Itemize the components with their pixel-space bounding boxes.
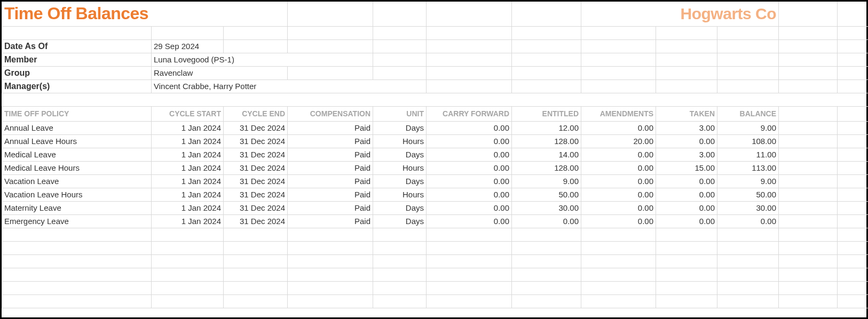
table-row: Emergency Leave1 Jan 202431 Dec 2024Paid… — [2, 214, 869, 228]
cell-cycle-end[interactable]: 31 Dec 2024 — [224, 174, 288, 188]
cell-entitled[interactable]: 12.00 — [512, 121, 581, 134]
cell-carry-forward[interactable]: 0.00 — [427, 214, 512, 228]
cell-cycle-end[interactable]: 31 Dec 2024 — [224, 148, 288, 161]
cell-carry-forward[interactable]: 0.00 — [427, 201, 512, 214]
cell-balance[interactable]: 50.00 — [717, 188, 779, 201]
cell-amendments[interactable]: 0.00 — [581, 148, 656, 161]
group-value[interactable]: Ravenclaw — [152, 66, 288, 79]
cell-cycle-start[interactable]: 1 Jan 2024 — [152, 148, 224, 161]
blank-row — [2, 93, 869, 106]
cell-unit[interactable]: Days — [373, 148, 427, 161]
cell-unit[interactable]: Days — [373, 214, 427, 228]
cell-cycle-end[interactable]: 31 Dec 2024 — [224, 121, 288, 134]
cell-taken[interactable]: 0.00 — [656, 201, 717, 214]
page-title: Time Off Balances — [2, 2, 288, 26]
cell-taken[interactable]: 3.00 — [656, 148, 717, 161]
cell-carry-forward[interactable]: 0.00 — [427, 188, 512, 201]
cell-compensation[interactable]: Paid — [288, 214, 373, 228]
cell-entitled[interactable]: 30.00 — [512, 201, 581, 214]
cell-policy[interactable]: Medical Leave — [2, 148, 152, 161]
cell-amendments[interactable]: 0.00 — [581, 161, 656, 174]
cell-cycle-start[interactable]: 1 Jan 2024 — [152, 161, 224, 174]
cell-cycle-start[interactable]: 1 Jan 2024 — [152, 134, 224, 148]
cell-compensation[interactable]: Paid — [288, 148, 373, 161]
cell-taken[interactable]: 0.00 — [656, 134, 717, 148]
date-label: Date As Of — [2, 39, 152, 53]
cell-amendments[interactable]: 0.00 — [581, 188, 656, 201]
col-amendments[interactable]: AMENDMENTS — [581, 106, 656, 121]
cell-entitled[interactable]: 14.00 — [512, 148, 581, 161]
cell-carry-forward[interactable]: 0.00 — [427, 121, 512, 134]
col-policy[interactable]: TIME OFF POLICY — [2, 106, 152, 121]
cell-taken[interactable]: 3.00 — [656, 121, 717, 134]
cell-compensation[interactable]: Paid — [288, 201, 373, 214]
cell-policy[interactable]: Annual Leave — [2, 121, 152, 134]
cell-amendments[interactable]: 20.00 — [581, 134, 656, 148]
col-carry-forward[interactable]: CARRY FORWARD — [427, 106, 512, 121]
cell-balance[interactable]: 11.00 — [717, 148, 779, 161]
date-value[interactable]: 29 Sep 2024 — [152, 39, 224, 53]
cell-carry-forward[interactable]: 0.00 — [427, 134, 512, 148]
cell-amendments[interactable]: 0.00 — [581, 121, 656, 134]
cell-cycle-end[interactable]: 31 Dec 2024 — [224, 188, 288, 201]
col-cycle-end[interactable]: CYCLE END — [224, 106, 288, 121]
meta-row-group: Group Ravenclaw — [2, 66, 869, 79]
cell-policy[interactable]: Emergency Leave — [2, 214, 152, 228]
managers-value[interactable]: Vincent Crabbe, Harry Potter — [152, 79, 427, 93]
cell-unit[interactable]: Days — [373, 174, 427, 188]
cell-carry-forward[interactable]: 0.00 — [427, 148, 512, 161]
cell-amendments[interactable]: 0.00 — [581, 201, 656, 214]
cell-taken[interactable]: 0.00 — [656, 174, 717, 188]
cell-taken[interactable]: 15.00 — [656, 161, 717, 174]
cell-cycle-end[interactable]: 31 Dec 2024 — [224, 161, 288, 174]
cell-entitled[interactable]: 0.00 — [512, 214, 581, 228]
cell-amendments[interactable]: 0.00 — [581, 214, 656, 228]
cell-policy[interactable]: Vacation Leave Hours — [2, 188, 152, 201]
cell-balance[interactable]: 9.00 — [717, 174, 779, 188]
cell-carry-forward[interactable]: 0.00 — [427, 161, 512, 174]
cell-compensation[interactable]: Paid — [288, 134, 373, 148]
cell-carry-forward[interactable]: 0.00 — [427, 174, 512, 188]
cell-cycle-end[interactable]: 31 Dec 2024 — [224, 214, 288, 228]
company-name: Hogwarts Co — [581, 2, 779, 26]
cell-entitled[interactable]: 9.00 — [512, 174, 581, 188]
cell-unit[interactable]: Hours — [373, 161, 427, 174]
cell-balance[interactable]: 108.00 — [717, 134, 779, 148]
cell-unit[interactable]: Days — [373, 121, 427, 134]
cell-compensation[interactable]: Paid — [288, 161, 373, 174]
cell-unit[interactable]: Hours — [373, 134, 427, 148]
cell-taken[interactable]: 0.00 — [656, 214, 717, 228]
cell-cycle-end[interactable]: 31 Dec 2024 — [224, 134, 288, 148]
cell-unit[interactable]: Hours — [373, 188, 427, 201]
cell-policy[interactable]: Vacation Leave — [2, 174, 152, 188]
cell-compensation[interactable]: Paid — [288, 121, 373, 134]
cell-balance[interactable]: 9.00 — [717, 121, 779, 134]
cell-cycle-start[interactable]: 1 Jan 2024 — [152, 188, 224, 201]
cell-entitled[interactable]: 128.00 — [512, 161, 581, 174]
cell-unit[interactable]: Days — [373, 201, 427, 214]
cell-policy[interactable]: Annual Leave Hours — [2, 134, 152, 148]
cell-balance[interactable]: 0.00 — [717, 214, 779, 228]
cell-policy[interactable]: Medical Leave Hours — [2, 161, 152, 174]
cell-entitled[interactable]: 50.00 — [512, 188, 581, 201]
col-compensation[interactable]: COMPENSATION — [288, 106, 373, 121]
cell-cycle-start[interactable]: 1 Jan 2024 — [152, 214, 224, 228]
col-balance[interactable]: BALANCE — [717, 106, 779, 121]
cell-policy[interactable]: Maternity Leave — [2, 201, 152, 214]
col-unit[interactable]: UNIT — [373, 106, 427, 121]
cell-entitled[interactable]: 128.00 — [512, 134, 581, 148]
cell-compensation[interactable]: Paid — [288, 188, 373, 201]
cell-cycle-start[interactable]: 1 Jan 2024 — [152, 174, 224, 188]
col-entitled[interactable]: ENTITLED — [512, 106, 581, 121]
cell-taken[interactable]: 0.00 — [656, 188, 717, 201]
cell-compensation[interactable]: Paid — [288, 174, 373, 188]
member-value[interactable]: Luna Lovegood (PS-1) — [152, 53, 373, 66]
cell-amendments[interactable]: 0.00 — [581, 174, 656, 188]
cell-cycle-start[interactable]: 1 Jan 2024 — [152, 201, 224, 214]
col-cycle-start[interactable]: CYCLE START — [152, 106, 224, 121]
cell-cycle-start[interactable]: 1 Jan 2024 — [152, 121, 224, 134]
cell-cycle-end[interactable]: 31 Dec 2024 — [224, 201, 288, 214]
cell-balance[interactable]: 30.00 — [717, 201, 779, 214]
cell-balance[interactable]: 113.00 — [717, 161, 779, 174]
col-taken[interactable]: TAKEN — [656, 106, 717, 121]
